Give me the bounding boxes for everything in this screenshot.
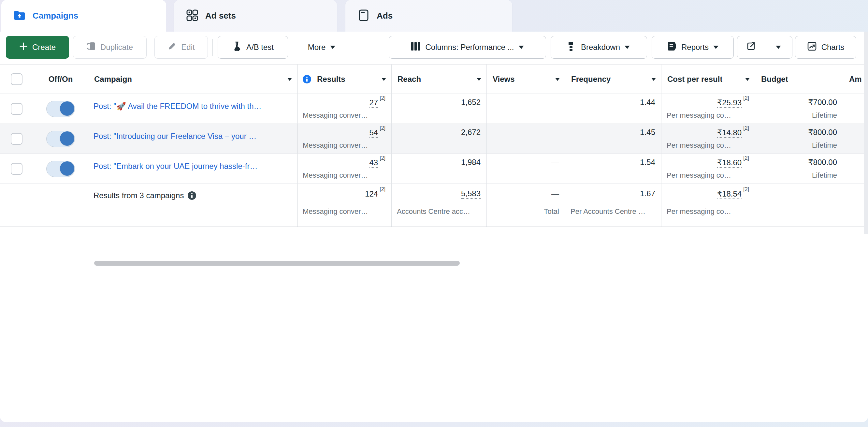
more-button[interactable]: More: [301, 36, 343, 59]
tab-ads[interactable]: Ads: [345, 0, 512, 32]
cost-sub-label: Per messaging co…: [666, 207, 731, 216]
reach-cell: 1,652: [392, 94, 487, 124]
cost-sub-label: Per messaging co…: [666, 171, 731, 180]
duplicate-icon: [87, 41, 96, 53]
budget-value: ₹800.00: [808, 158, 837, 167]
totals-label: Results from 3 campaigns: [94, 191, 184, 200]
reports-icon: [667, 41, 677, 54]
cost-sub-label: Per messaging co…: [666, 111, 731, 120]
toggle-knob: [60, 161, 74, 176]
pencil-icon: [167, 42, 177, 53]
cost-per-result-cell: ₹18.60[2] Per messaging co…: [661, 154, 755, 184]
footnote-ref: [2]: [380, 186, 385, 192]
header-budget[interactable]: Budget: [755, 65, 843, 94]
plus-icon: [19, 42, 28, 53]
reports-button[interactable]: Reports: [652, 36, 734, 59]
campaign-name-cell: Post: "Embark on your UAE journey hassle…: [88, 154, 298, 184]
sort-caret-icon: [381, 78, 386, 81]
campaign-name-link[interactable]: Post: "Embark on your UAE journey hassle…: [94, 162, 293, 171]
footnote-ref: [2]: [743, 125, 749, 131]
header-cost-per-result[interactable]: Cost per result: [661, 65, 755, 94]
campaign-toggle[interactable]: [46, 131, 75, 147]
results-value[interactable]: 54: [370, 128, 378, 138]
budget-cell: ₹700.00 Lifetime: [755, 94, 843, 124]
reach-total[interactable]: 5,583: [461, 189, 480, 199]
footnote-ref: [2]: [743, 95, 749, 101]
more-button-label: More: [308, 43, 326, 52]
row-checkbox-cell: [0, 154, 33, 184]
views-value: —: [551, 128, 559, 137]
header-views[interactable]: Views: [487, 65, 565, 94]
tab-campaigns[interactable]: Campaigns: [1, 0, 166, 32]
row-checkbox[interactable]: [11, 133, 23, 145]
sort-caret-icon: [287, 78, 292, 81]
views-total: —: [551, 189, 559, 198]
ads-manager-panel: Create Duplicate Edit: [0, 32, 868, 422]
cost-value[interactable]: ₹14.80: [717, 128, 742, 138]
budget-sub-label: Lifetime: [812, 111, 837, 120]
ab-test-button[interactable]: A/B test: [218, 36, 288, 59]
breakdown-button[interactable]: Breakdown: [551, 36, 647, 59]
columns-button[interactable]: Columns: Performance ...: [389, 36, 546, 59]
results-cell: 27[2] Messaging conver…: [298, 94, 392, 124]
row-checkbox[interactable]: [11, 163, 23, 175]
results-cell: 54[2] Messaging conver…: [298, 124, 392, 154]
totals-row: Results from 3 campaigns 124[2] Messagin…: [0, 184, 864, 227]
campaign-toggle[interactable]: [46, 101, 75, 117]
sort-caret-icon: [555, 78, 560, 81]
export-split-button: [737, 36, 793, 59]
columns-button-label: Columns: Performance ...: [425, 43, 514, 52]
cost-value[interactable]: ₹25.93: [717, 98, 742, 108]
chevron-down-icon: [713, 45, 718, 49]
select-all-checkbox[interactable]: [11, 73, 23, 85]
level-tabs: Campaigns Ad sets Ads: [0, 0, 868, 32]
toolbar-divider: [212, 39, 213, 56]
columns-icon: [411, 41, 421, 53]
campaign-toggle[interactable]: [46, 161, 75, 177]
row-checkbox-cell: [0, 94, 33, 124]
sort-caret-icon: [745, 78, 750, 81]
charts-button-label: Charts: [822, 43, 844, 52]
info-icon[interactable]: [303, 75, 311, 84]
row-toggle-cell: [33, 154, 88, 184]
reach-value: 1,984: [461, 158, 480, 167]
row-checkbox[interactable]: [11, 103, 23, 115]
campaign-name-cell: Post: "🚀 Avail the FREEDOM to thrive wit…: [88, 94, 298, 124]
duplicate-button[interactable]: Duplicate: [73, 36, 147, 59]
campaign-name-link[interactable]: Post: "🚀 Avail the FREEDOM to thrive wit…: [94, 102, 293, 111]
vertical-scrollbar-track[interactable]: [864, 32, 868, 234]
totals-amount-cell: [843, 184, 864, 226]
info-icon[interactable]: [188, 191, 196, 200]
frequency-value: 1.45: [640, 128, 655, 137]
totals-views-cell: — Total: [487, 184, 565, 226]
header-campaign[interactable]: Campaign: [88, 65, 298, 94]
header-results[interactable]: Results: [298, 65, 392, 94]
cost-total[interactable]: ₹18.54: [717, 189, 742, 199]
amount-spent-cell: [843, 94, 864, 124]
header-amount-spent[interactable]: Am: [843, 65, 864, 94]
totals-frequency-cell: 1.67 Per Accounts Centre …: [565, 184, 661, 226]
edit-button-label: Edit: [181, 43, 194, 52]
header-reach[interactable]: Reach: [392, 65, 487, 94]
horizontal-scrollbar-thumb[interactable]: [94, 261, 460, 266]
campaign-row: Post: "Introducing our Freelance Visa – …: [0, 124, 864, 154]
chevron-down-icon: [519, 45, 524, 49]
header-checkbox-cell: [0, 65, 33, 94]
budget-cell: ₹800.00 Lifetime: [755, 124, 843, 154]
totals-reach-cell: 5,583 Accounts Centre acc…: [392, 184, 487, 226]
export-button[interactable]: [737, 36, 765, 58]
cost-per-result-cell: ₹25.93[2] Per messaging co…: [661, 94, 755, 124]
header-frequency[interactable]: Frequency: [565, 65, 661, 94]
header-off-on: Off/On: [33, 65, 88, 94]
results-value[interactable]: 27: [370, 98, 378, 108]
edit-button[interactable]: Edit: [154, 36, 208, 59]
reach-sub-label: Accounts Centre acc…: [397, 207, 470, 216]
create-button[interactable]: Create: [6, 36, 69, 59]
charts-button[interactable]: Charts: [795, 36, 856, 59]
export-options-button[interactable]: [765, 36, 793, 58]
cost-value[interactable]: ₹18.60: [717, 158, 742, 168]
campaign-name-link[interactable]: Post: "Introducing our Freelance Visa – …: [94, 132, 293, 141]
tab-ad-sets[interactable]: Ad sets: [174, 0, 337, 32]
toggle-knob: [60, 131, 74, 146]
results-value[interactable]: 43: [370, 158, 378, 168]
